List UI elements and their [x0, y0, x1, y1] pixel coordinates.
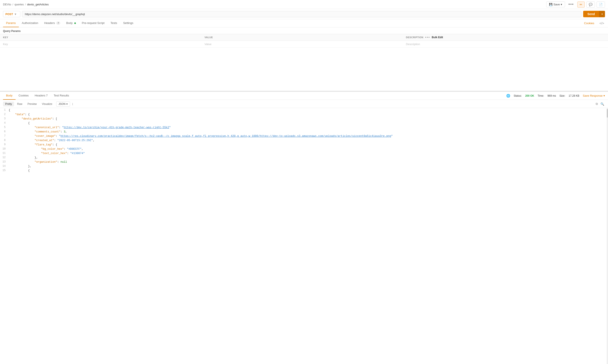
line-number: 15 [0, 169, 8, 173]
fmt-tab-pretty[interactable]: Pretty [3, 102, 14, 106]
breadcrumb: DEVto / queries / devto_getArticles [3, 3, 49, 6]
resp-tab-headers[interactable]: Headers 7 [32, 92, 51, 100]
line-content: "comments_count": 3, [8, 130, 607, 134]
fmt-tab-preview[interactable]: Preview [25, 102, 39, 106]
cookies-link[interactable]: Cookies [584, 22, 594, 25]
json-number: 3 [64, 130, 66, 133]
code-area[interactable]: 1{2 "data": {3 "devto_getArticles": [4 {… [0, 108, 607, 364]
method-select[interactable]: POST ▾ [3, 11, 20, 17]
line-content: "organization": null [8, 160, 607, 164]
top-bar-actions: 💾 Save ▾ ••• ✏ 💬 📄 [546, 1, 605, 8]
tab-settings[interactable]: Settings [120, 19, 136, 27]
line-content: { [8, 121, 607, 125]
json-key: "comments_count" [35, 130, 60, 133]
save-button[interactable]: 💾 Save ▾ [546, 1, 565, 7]
key-cell[interactable] [0, 41, 201, 48]
json-url-link[interactable]: https://dev.to/cerchie/your-4th-grade-ma… [64, 126, 169, 129]
json-key: "cover_image" [35, 135, 56, 138]
code-line: 2 "data": { [0, 112, 607, 117]
json-string: "#130074" [70, 152, 85, 155]
json-key: "flare_tag" [35, 143, 53, 146]
code-line: 4 { [0, 121, 607, 125]
filter-icon[interactable]: ⫶ [71, 101, 74, 107]
resp-tab-cookies[interactable]: Cookies [15, 92, 32, 100]
edit-button[interactable]: ✏ [577, 1, 585, 8]
top-bar: DEVto / queries / devto_getArticles 💾 Sa… [0, 0, 608, 9]
code-icon[interactable]: </> [598, 21, 605, 26]
json-punctuation: : [56, 135, 59, 138]
value-cell[interactable] [201, 41, 403, 48]
save-chevron-icon: ▾ [561, 3, 562, 6]
scroll-indicator[interactable] [607, 108, 608, 364]
table-row [0, 41, 608, 48]
breadcrumb-queries[interactable]: queries [14, 3, 24, 6]
json-url-link[interactable]: https://res.cloudinary.com/practicaldev/… [60, 135, 391, 138]
code-line: 10 "bg_color_hex": "#D0ECFF", [0, 147, 607, 151]
line-number: 5 [0, 125, 8, 130]
code-line: 9 "flare_tag": { [0, 143, 607, 147]
json-string-link[interactable]: "https://dev.to/cerchie/your-4th-grade-m… [62, 126, 171, 129]
json-key: "canonical_url" [35, 126, 59, 129]
code-line: 6 "comments_count": 3, [0, 130, 607, 134]
tab-headers[interactable]: Headers 7 [41, 19, 63, 27]
line-number: 4 [0, 121, 8, 125]
url-bar: POST ▾ Send ▾ [0, 9, 608, 19]
fmt-tab-raw[interactable]: Raw [15, 102, 24, 106]
resp-tab-test-results[interactable]: Test Results [51, 92, 72, 100]
send-dropdown-button[interactable]: ▾ [599, 11, 605, 17]
save-response-label: Save Response [583, 94, 603, 97]
code-line: 8 "created_at": "2022-05-06T15:25:29Z", [0, 138, 607, 143]
json-punctuation: : [ [53, 117, 57, 120]
key-input[interactable] [3, 42, 198, 46]
json-punctuation: : { [25, 113, 30, 116]
json-string-link[interactable]: "https://res.cloudinary.com/practicaldev… [59, 135, 393, 138]
json-punctuation: , [82, 148, 83, 151]
request-tabs-left: Params Authorization Headers 7 Body Pre-… [3, 19, 136, 27]
url-input[interactable] [22, 11, 581, 17]
line-content: "created_at": "2022-05-06T15:25:29Z", [8, 138, 607, 143]
save-response-button[interactable]: Save Response ▾ [583, 94, 605, 97]
line-number: 14 [0, 164, 8, 168]
fmt-tab-visualize[interactable]: Visualize [40, 102, 55, 106]
desc-cell[interactable] [403, 41, 608, 48]
line-content: { [8, 108, 607, 112]
json-key: "bg_color_hex" [41, 148, 64, 151]
response-area: Body Cookies Headers 7 Test Results 🌐 St… [0, 91, 608, 364]
tab-body[interactable]: Body [63, 19, 79, 27]
send-button[interactable]: Send [583, 11, 599, 17]
line-number: 7 [0, 134, 8, 138]
json-format-select[interactable]: JSON ▾ [56, 101, 70, 107]
line-number: 1 [0, 108, 8, 112]
json-punctuation: : [57, 160, 60, 164]
code-line: 15 { [0, 169, 607, 173]
bulk-edit-button[interactable]: Bulk Edit [432, 36, 443, 39]
code-format-row: Pretty Raw Preview Visualize JSON ▾ ⫶ ⧉ … [0, 100, 608, 108]
tab-params[interactable]: Params [3, 19, 19, 27]
code-line: 13 "organization": null [0, 160, 607, 164]
tab-tests[interactable]: Tests [108, 19, 120, 27]
status-info: 🌐 Status: 200 OK Time: 969 ms Size: 17.2… [506, 94, 605, 98]
more-button[interactable]: ••• [567, 1, 576, 8]
col-more-button[interactable]: ••• [425, 35, 430, 39]
resp-tab-body[interactable]: Body [3, 92, 15, 100]
tab-authorization[interactable]: Authorization [19, 19, 41, 27]
json-string: "#D0ECFF" [67, 148, 82, 151]
line-number: 8 [0, 138, 8, 143]
json-format-chevron-icon: ▾ [66, 103, 68, 105]
desc-input[interactable] [406, 42, 605, 46]
tab-pre-request[interactable]: Pre-request Script [79, 19, 108, 27]
status-label: Status: [514, 94, 522, 97]
document-button[interactable]: 📄 [596, 1, 605, 8]
line-content: "canonical_url": "https://dev.to/cerchie… [8, 125, 607, 130]
code-line: 3 "devto_getArticles": [ [0, 117, 607, 121]
time-label: Time: [538, 94, 544, 97]
line-number: 9 [0, 143, 8, 147]
comment-button[interactable]: 💬 [586, 1, 595, 8]
line-number: 12 [0, 156, 8, 160]
search-icon[interactable]: 🔍 [600, 101, 605, 107]
code-line: 12 }, [0, 156, 607, 160]
breadcrumb-devto[interactable]: DEVto [3, 3, 11, 6]
value-input[interactable] [204, 42, 400, 46]
copy-icon[interactable]: ⧉ [595, 101, 599, 107]
save-response-chevron-icon: ▾ [604, 94, 605, 97]
